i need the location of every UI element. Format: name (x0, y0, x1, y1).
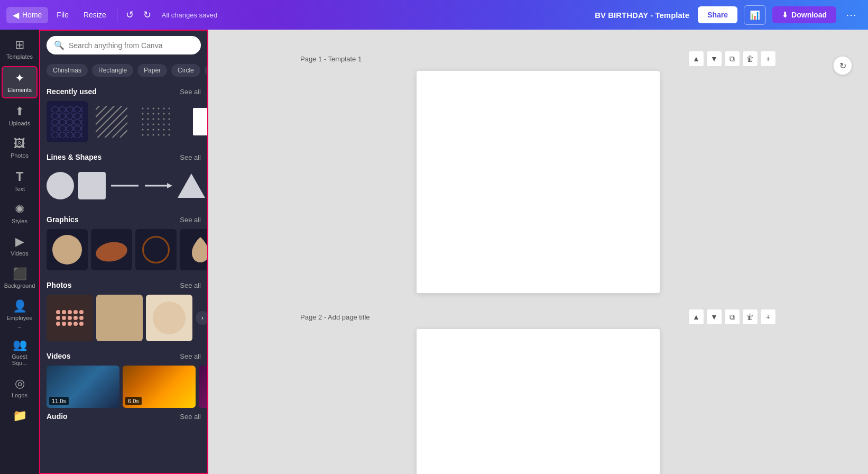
page-1-down[interactable]: ▼ (706, 51, 722, 67)
filter-rectangle[interactable]: Rectangle (92, 64, 133, 77)
videos-header: Videos See all (47, 352, 201, 360)
page-1-header: Page 1 - Template 1 ▲ ▼ ⧉ 🗑 + (300, 51, 776, 67)
video-item-1[interactable]: 11.0s (47, 366, 119, 408)
filter-more-arrow[interactable]: › (205, 64, 207, 77)
more-options-button[interactable]: ⋯ (841, 4, 862, 25)
rect-shape-item[interactable] (78, 167, 106, 205)
photos-icon: 🖼 (14, 137, 25, 151)
redo-button[interactable]: ↻ (139, 6, 155, 24)
svg-rect-3 (96, 106, 127, 138)
graphic-item-2[interactable] (91, 229, 132, 270)
graphics-grid: › (47, 229, 201, 270)
triangle-shape-item[interactable] (178, 167, 205, 205)
text-label: Text (14, 186, 25, 192)
arrow-shape (144, 180, 173, 191)
sidebar-item-elements[interactable]: ✦ Elements (2, 66, 38, 98)
page-1-title: Page 1 - Template 1 (300, 55, 362, 63)
page-1-up[interactable]: ▲ (688, 51, 704, 67)
recently-used-item-3[interactable] (135, 101, 177, 142)
page-2-copy[interactable]: ⧉ (724, 309, 740, 325)
recently-used-title: Recently used (47, 87, 97, 96)
nav-divider (117, 7, 117, 22)
videos-see-all[interactable]: See all (180, 352, 201, 360)
undo-button[interactable]: ↺ (122, 6, 138, 24)
recently-used-see-all[interactable]: See all (180, 88, 201, 96)
graphic-item-4[interactable] (180, 229, 208, 270)
lines-shapes-see-all[interactable]: See all (180, 153, 201, 161)
home-icon: ◀ (13, 10, 19, 20)
video-duration-1: 11.0s (49, 397, 69, 405)
sidebar-item-videos[interactable]: ▶ Videos (2, 231, 38, 261)
photo-item-1[interactable] (47, 295, 93, 341)
undo-redo-group: ↺ ↻ (122, 6, 155, 24)
share-button[interactable]: Share (698, 6, 737, 23)
line-shape (110, 180, 140, 191)
sidebar-item-guest[interactable]: 👥 Guest Squ... (2, 334, 38, 370)
sidebar-item-background[interactable]: ⬛ Background (2, 263, 38, 293)
sidebar-item-folder[interactable]: 📁 (2, 405, 38, 427)
graphic-item-3[interactable] (135, 229, 177, 270)
audio-see-all[interactable]: See all (180, 413, 201, 421)
graphics-header: Graphics See all (47, 215, 201, 224)
video-duration-2: 6.0s (125, 397, 142, 405)
recently-used-item-2[interactable] (91, 101, 132, 142)
background-label: Background (4, 282, 35, 289)
sidebar-item-templates[interactable]: ⊞ Templates (2, 34, 38, 64)
sidebar-item-text[interactable]: T Text (2, 165, 38, 196)
photos-next[interactable]: › (196, 311, 208, 325)
download-icon: ⬇ (782, 11, 788, 19)
page-2-delete[interactable]: 🗑 (742, 309, 758, 325)
recently-used-item-4[interactable] (180, 101, 208, 142)
resize-button[interactable]: Resize (77, 7, 113, 22)
sidebar-item-logos[interactable]: ◎ Logos (2, 372, 38, 403)
refresh-button[interactable]: ↻ (833, 56, 852, 75)
uploads-label: Uploads (9, 120, 30, 126)
graphics-see-all[interactable]: See all (180, 216, 201, 224)
page-1-add[interactable]: + (760, 51, 776, 67)
main-body: ⊞ Templates ✦ Elements ⬆ Uploads 🖼 Photo… (0, 30, 868, 474)
analytics-button[interactable]: 📊 (744, 5, 766, 25)
panel-search: 🔍 (40, 31, 207, 60)
recently-used-section: Recently used See all (40, 81, 207, 147)
page-2-up[interactable]: ▲ (688, 309, 704, 325)
photos-header: Photos See all (47, 281, 201, 289)
svg-rect-5 (140, 106, 172, 138)
sidebar-item-uploads[interactable]: ⬆ Uploads (2, 101, 38, 131)
recently-used-item-1[interactable] (47, 101, 88, 142)
page-1-copy[interactable]: ⧉ (724, 51, 740, 67)
filter-tags: Christmas Rectangle Paper Circle › (40, 60, 207, 81)
video-item-3[interactable] (199, 366, 208, 408)
graphic-item-1[interactable] (47, 229, 88, 270)
page-2-add[interactable]: + (760, 309, 776, 325)
sidebar-item-employee[interactable]: 👤 Employee _ (2, 295, 38, 332)
graphic-blob (94, 237, 130, 262)
photos-title: Photos (47, 281, 71, 289)
arrow-shape-item[interactable] (144, 167, 173, 205)
video-item-2[interactable]: 6.0s (123, 366, 196, 408)
page-1-delete[interactable]: 🗑 (742, 51, 758, 67)
filter-christmas[interactable]: Christmas (47, 64, 88, 77)
triangle-shape (178, 174, 205, 198)
rect-shape (78, 172, 106, 199)
search-input[interactable] (69, 41, 193, 50)
photo-item-3[interactable] (146, 295, 192, 341)
sidebar-item-styles[interactable]: ✺ Styles (2, 198, 38, 229)
filter-circle[interactable]: Circle (171, 64, 200, 77)
svg-rect-1 (51, 106, 83, 138)
page-2-canvas (417, 329, 660, 474)
sidebar-item-photos[interactable]: 🖼 Photos (2, 133, 38, 163)
download-button[interactable]: ⬇ Download (772, 6, 836, 23)
save-status: All changes saved (162, 11, 218, 19)
graphic-teardrop (191, 236, 208, 263)
photos-see-all[interactable]: See all (180, 281, 201, 289)
graphic-circle (52, 235, 82, 265)
line-shape-item[interactable] (110, 167, 140, 205)
page-2-down[interactable]: ▼ (706, 309, 722, 325)
photo-item-2[interactable] (96, 295, 143, 341)
home-button[interactable]: ◀ Home (6, 7, 48, 23)
file-button[interactable]: File (50, 7, 75, 22)
filter-paper[interactable]: Paper (137, 64, 167, 77)
circle-shape-item[interactable] (47, 167, 74, 205)
hex-pattern-icon (51, 106, 83, 138)
download-label: Download (791, 11, 827, 19)
